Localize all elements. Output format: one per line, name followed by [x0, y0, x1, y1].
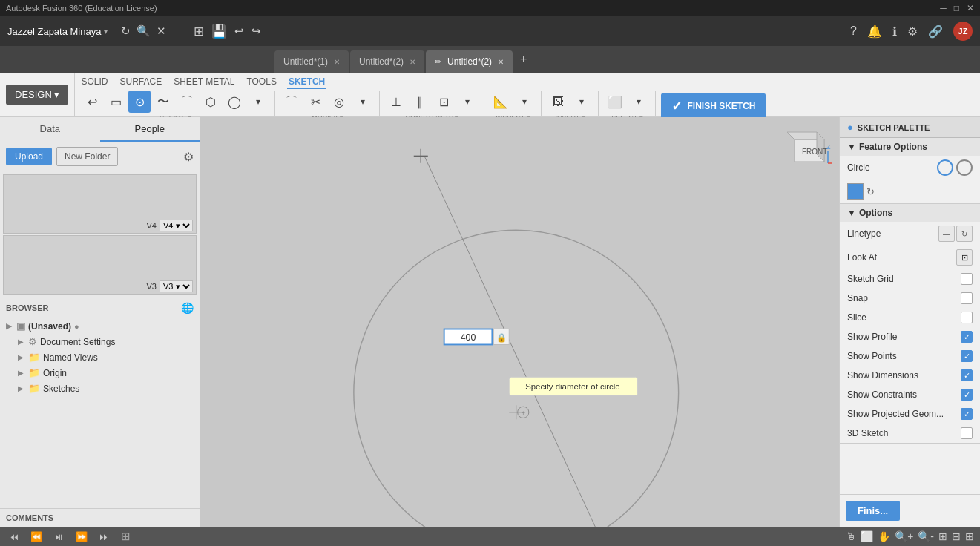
tab-sketch[interactable]: SKETCH [287, 76, 326, 89]
more-inspect[interactable]: ▾ [513, 91, 536, 113]
circle-tool[interactable]: ⊙ [128, 91, 151, 113]
fillet-tool[interactable]: ⌒ [280, 91, 303, 113]
tree-item-doc-settings[interactable]: ▶ ⚙ Document Settings [0, 334, 200, 349]
sidebar-settings-button[interactable]: ⚙ [183, 150, 194, 164]
design-button[interactable]: DESIGN ▾ [6, 85, 68, 105]
playback-back[interactable]: ⏪ [27, 531, 45, 542]
zoom-out[interactable]: 🔍- [918, 530, 934, 542]
notification-icon[interactable]: 🔔 [867, 24, 882, 39]
slice-checkbox[interactable] [961, 312, 973, 323]
display-settings[interactable]: ⊞ [965, 530, 974, 542]
sidebar-tab-people[interactable]: People [100, 117, 200, 142]
camera-settings[interactable]: 🖱 [846, 530, 856, 542]
refresh-icon[interactable]: ↻ [121, 24, 131, 38]
spline-tool[interactable]: 〜 [152, 91, 174, 113]
grid-icon[interactable]: ⊞ [194, 24, 204, 39]
tab-untitled-1[interactable]: Untitled*(1) ✕ [274, 50, 349, 73]
expand-named-views[interactable]: ▶ [18, 353, 27, 361]
insert-image-tool[interactable]: 🖼 [547, 91, 569, 113]
feature-options-header[interactable]: ▼ Feature Options [840, 138, 980, 156]
playback-forward[interactable]: ⏩ [73, 531, 91, 542]
show-constraints-checkbox[interactable]: ✓ [961, 389, 973, 401]
show-projected-geom-checkbox[interactable]: ✓ [961, 408, 973, 420]
tab-surface[interactable]: SURFACE [118, 76, 163, 89]
color-swatch[interactable] [847, 183, 864, 200]
settings-icon[interactable]: ⚙ [907, 24, 918, 39]
tree-item-sketches[interactable]: ▶ 📁 Sketches [0, 381, 200, 396]
sketch-grid-checkbox[interactable] [961, 273, 973, 285]
tree-item-named-views[interactable]: ▶ 📁 Named Views [0, 349, 200, 365]
show-points-checkbox[interactable]: ✓ [961, 350, 973, 362]
undo-icon[interactable]: ↩ [234, 24, 244, 38]
titlebar-controls[interactable]: ─ □ ✕ [940, 3, 974, 13]
more-create[interactable]: ▾ [247, 91, 269, 113]
arc-tool2[interactable]: ⌒ [176, 91, 198, 113]
help-icon[interactable]: ? [850, 24, 857, 38]
expand-doc-settings[interactable]: ▶ [18, 338, 27, 346]
linetype-solid[interactable]: — [938, 226, 955, 242]
tab-tools[interactable]: TOOLS [245, 76, 277, 89]
circle-two-point[interactable] [956, 159, 973, 176]
snap-checkbox[interactable] [961, 292, 973, 304]
offset-tool[interactable]: ◎ [328, 91, 350, 113]
expand-origin[interactable]: ▶ [18, 369, 27, 377]
tab-close-2a[interactable]: ✕ [410, 58, 415, 66]
tree-item-unsaved[interactable]: ▶ ▣ (Unsaved) ● [0, 318, 200, 334]
parallel-tool[interactable]: ∥ [409, 91, 431, 113]
tree-item-origin[interactable]: ▶ 📁 Origin [0, 365, 200, 381]
expand-unsaved[interactable]: ▶ [6, 322, 15, 330]
redo-icon[interactable]: ↪ [251, 24, 261, 38]
arc-tool[interactable]: ↩ [81, 91, 103, 113]
sidebar-tab-data[interactable]: Data [0, 117, 100, 142]
tab-add-button[interactable]: + [514, 53, 533, 66]
ellipse-tool[interactable]: ◯ [223, 91, 246, 113]
circle-center-point[interactable] [937, 159, 953, 176]
finish-sketch-button[interactable]: ✓ FINISH SKETCH [661, 93, 766, 119]
options-header[interactable]: ▼ Options [840, 204, 980, 222]
minimize-icon[interactable]: ─ [940, 3, 947, 13]
tab-close-1[interactable]: ✕ [334, 58, 340, 66]
external-link-icon[interactable]: 🔗 [928, 24, 943, 39]
expand-sketches[interactable]: ▶ [18, 384, 27, 392]
zoom-in[interactable]: 🔍+ [895, 530, 913, 542]
close-icon[interactable]: ✕ [967, 3, 974, 13]
linetype-dash[interactable]: ↻ [956, 226, 973, 242]
look-at-button[interactable]: ⊡ [956, 249, 973, 266]
show-dimensions-checkbox[interactable]: ✓ [961, 369, 973, 381]
tab-close-2b[interactable]: ✕ [498, 58, 504, 66]
close-menu-icon[interactable]: ✕ [157, 24, 166, 38]
perspective-view[interactable]: ⊟ [952, 530, 961, 542]
appbar-avatar[interactable]: JZ [953, 22, 973, 41]
appbar-user[interactable]: Jazzel Zapata Minaya ▾ [7, 26, 108, 37]
show-profile-checkbox[interactable]: ✓ [961, 331, 973, 343]
polygon-tool[interactable]: ⬡ [200, 91, 222, 113]
playback-start[interactable]: ⏮ [6, 531, 22, 542]
version-select-v3[interactable]: V3 ▾ [160, 280, 193, 292]
new-folder-button[interactable]: New Folder [56, 147, 118, 166]
version-select-v4[interactable]: V4 ▾ [160, 220, 193, 231]
coincident-tool[interactable]: ⊥ [385, 91, 407, 113]
tab-solid[interactable]: SOLID [79, 76, 109, 89]
view-cube[interactable]: FRONT Z X [780, 125, 832, 171]
tangent-tool[interactable]: ⊡ [433, 91, 455, 113]
canvas-area[interactable]: FRONT Z X 400 [200, 117, 839, 527]
playback-end[interactable]: ⏭ [96, 531, 112, 542]
playback-play[interactable]: ⏯ [51, 531, 67, 542]
more-select[interactable]: ▾ [628, 91, 650, 113]
info-icon[interactable]: ℹ [892, 24, 897, 39]
finish-sketch-btn-panel[interactable]: Finis... [846, 501, 900, 521]
more-insert[interactable]: ▾ [570, 91, 593, 113]
pan-tool[interactable]: ✋ [878, 530, 890, 542]
tab-untitled-2a[interactable]: Untitled*(2) ✕ [350, 50, 424, 73]
refresh-color-icon[interactable]: ↻ [866, 186, 875, 197]
measure-tool[interactable]: 📐 [490, 91, 512, 113]
browser-globe-icon[interactable]: 🌐 [181, 302, 194, 314]
save-icon[interactable]: 💾 [211, 24, 227, 39]
rectangle-tool[interactable]: ▭ [105, 91, 127, 113]
upload-button[interactable]: Upload [6, 148, 52, 165]
select-tool[interactable]: ⬜ [604, 91, 626, 113]
canvas-svg[interactable]: 400 🔒 Specify diameter of circle + [200, 117, 839, 527]
more-constraints[interactable]: ▾ [456, 91, 479, 113]
tab-sheet-metal[interactable]: SHEET METAL [172, 76, 236, 89]
more-modify[interactable]: ▾ [352, 91, 374, 113]
